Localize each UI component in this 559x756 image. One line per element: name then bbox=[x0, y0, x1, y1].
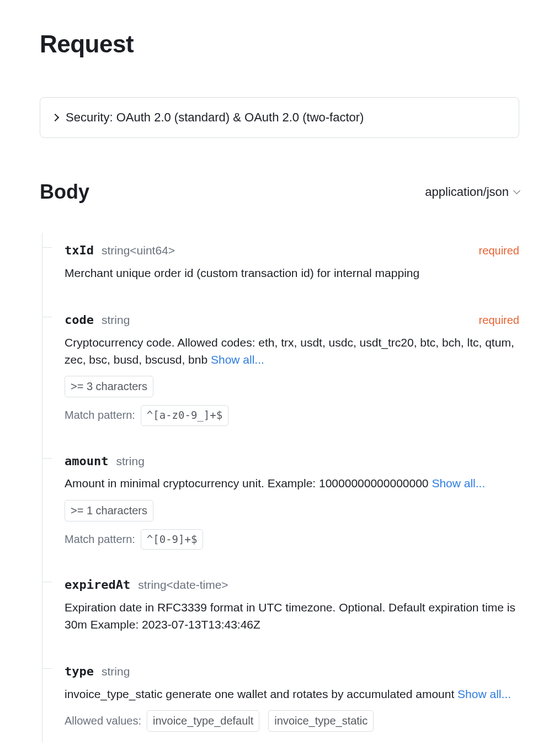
required-badge: required bbox=[479, 312, 519, 328]
param-description: Amount in minimal cryptocurrency unit. E… bbox=[65, 475, 519, 492]
param-amount: amount string Amount in minimal cryptocu… bbox=[42, 444, 519, 561]
param-description: Merchant unique order id (custom transac… bbox=[65, 265, 519, 281]
security-disclosure[interactable]: Security: OAuth 2.0 (standard) & OAuth 2… bbox=[40, 97, 519, 138]
param-header: txId string<uint64> required bbox=[65, 242, 519, 259]
tree-connector-icon bbox=[42, 458, 52, 459]
pattern-row: Match pattern: ^[0-9]+$ bbox=[65, 527, 519, 552]
param-description: Expiration date in RFC3339 format in UTC… bbox=[65, 599, 519, 633]
param-header: amount string bbox=[65, 452, 519, 470]
show-all-link[interactable]: Show all... bbox=[457, 688, 511, 700]
pattern-row: Match pattern: ^[a-z0-9_]+$ bbox=[65, 403, 519, 428]
param-header: expiredAt string<date-time> bbox=[65, 576, 519, 594]
param-description: Cryptocurrency code. Allowed codes: eth,… bbox=[65, 334, 519, 368]
param-type: string<date-time> bbox=[138, 577, 228, 593]
chevron-right-icon bbox=[51, 114, 59, 121]
param-name: expiredAt bbox=[65, 576, 130, 594]
param-header: type string bbox=[65, 663, 519, 680]
security-label: Security: OAuth 2.0 (standard) & OAuth 2… bbox=[66, 109, 364, 126]
tree-connector-icon bbox=[42, 668, 52, 669]
body-header: Body application/json bbox=[40, 178, 519, 206]
min-length-badge: >= 3 characters bbox=[65, 376, 153, 397]
match-pattern-label: Match pattern: bbox=[65, 531, 135, 547]
param-type: string<uint64> bbox=[102, 242, 175, 259]
allowed-values-label: Allowed values: bbox=[65, 713, 141, 729]
content-type-value: application/json bbox=[425, 183, 509, 201]
content-type-selector[interactable]: application/json bbox=[425, 183, 519, 201]
allowed-value-badge: invoice_type_static bbox=[268, 710, 374, 732]
body-params: txId string<uint64> required Merchant un… bbox=[42, 233, 519, 743]
chevron-down-icon bbox=[513, 187, 520, 194]
param-code: code string required Cryptocurrency code… bbox=[42, 302, 519, 436]
pattern-badge: ^[a-z0-9_]+$ bbox=[141, 405, 228, 426]
match-pattern-label: Match pattern: bbox=[65, 407, 135, 423]
allowed-values-row: Allowed values: invoice_type_default inv… bbox=[65, 708, 519, 734]
param-txId: txId string<uint64> required Merchant un… bbox=[42, 233, 519, 296]
param-type: string bbox=[102, 312, 130, 328]
param-name: code bbox=[65, 311, 94, 329]
body-title: Body bbox=[40, 178, 89, 206]
required-badge: required bbox=[479, 243, 519, 259]
param-expiredAt: expiredAt string<date-time> Expiration d… bbox=[42, 567, 519, 647]
api-request-doc: Request Security: OAuth 2.0 (standard) &… bbox=[0, 0, 559, 756]
tree-connector-icon bbox=[42, 317, 52, 317]
tree-connector-icon bbox=[42, 247, 52, 248]
tree-connector-icon bbox=[42, 582, 52, 582]
param-header: code string required bbox=[65, 311, 519, 329]
param-type: string bbox=[116, 453, 144, 470]
allowed-value-badge: invoice_type_default bbox=[147, 710, 259, 732]
show-all-link[interactable]: Show all... bbox=[211, 353, 264, 366]
param-type: string bbox=[102, 663, 130, 680]
param-name: type bbox=[65, 663, 94, 680]
param-description: invoice_type_static generate one wallet … bbox=[65, 686, 519, 702]
pattern-badge: ^[0-9]+$ bbox=[141, 529, 204, 550]
param-type: type string invoice_type_static generate… bbox=[42, 654, 519, 743]
param-name: txId bbox=[65, 242, 94, 259]
min-length-badge: >= 1 characters bbox=[65, 500, 153, 521]
page-title: Request bbox=[40, 26, 519, 62]
param-name: amount bbox=[65, 452, 108, 470]
show-all-link[interactable]: Show all... bbox=[432, 477, 485, 489]
